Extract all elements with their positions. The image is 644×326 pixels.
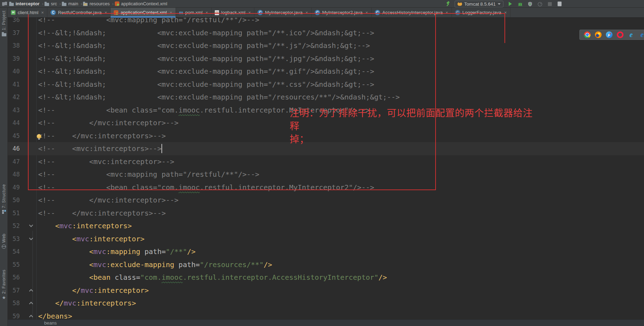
opera-icon[interactable] — [617, 31, 624, 38]
tab-close-icon[interactable]: × — [445, 10, 448, 15]
firefox-icon[interactable] — [595, 31, 602, 38]
tab-close-icon[interactable]: × — [248, 10, 251, 15]
maven-file-icon: m — [179, 10, 183, 15]
breadcrumb-beans[interactable]: beans — [44, 320, 57, 326]
tab-close-icon[interactable]: × — [105, 10, 107, 15]
code-text: <bean class="com.imooc.restful.intercept… — [38, 271, 387, 284]
code-editor[interactable]: 36<!-- <mvc:mapping path="/restful/**"/>… — [8, 18, 644, 319]
editor-tab[interactable]: CMyInterceptor2.java× — [312, 8, 372, 17]
code-line[interactable]: 48<!-- <mvc:mapping path="/restful/**"/>… — [8, 168, 644, 181]
stop-button[interactable] — [546, 1, 553, 7]
editor-tab[interactable]: applicationContext.xml× — [111, 8, 176, 17]
editor-tab[interactable]: <>logback.xml× — [212, 8, 254, 17]
chrome-icon[interactable] — [584, 31, 591, 38]
code-line[interactable]: 53 <mvc:interceptor> — [8, 233, 644, 246]
tool-window-button-favorites[interactable]: 2: Favorites★ — [0, 270, 8, 300]
code-line[interactable]: 49<!-- <bean class="com.imooc.restful.in… — [8, 181, 644, 194]
folder-icon — [9, 3, 14, 6]
line-number: 37 — [8, 26, 20, 40]
tab-close-icon[interactable]: × — [365, 10, 368, 15]
fold-end-icon[interactable] — [29, 302, 33, 306]
spring-xml-file-icon — [115, 1, 119, 6]
code-line[interactable]: 47<!-- <mvc:interceptor>--> — [8, 155, 644, 168]
tab-label: MyInterceptor2.java — [322, 10, 362, 15]
code-line[interactable]: 57 </mvc:interceptor> — [8, 284, 644, 297]
breadcrumb-item[interactable]: resources — [83, 1, 110, 6]
code-text: <!-- <mvc:mapping path="/restful/**"/>--… — [38, 168, 259, 181]
line-number: 59 — [8, 310, 20, 320]
code-line[interactable]: 50<!-- </mvc:interceptor>--> — [8, 194, 644, 207]
code-line[interactable]: 37<!--&lt;!&ndash; <mvc:exclude-mapping … — [8, 26, 644, 40]
java-class-icon: C — [51, 10, 56, 15]
run-button[interactable] — [507, 1, 513, 7]
editor-tab[interactable]: mpom.xml× — [176, 8, 212, 17]
line-number: 51 — [8, 207, 20, 220]
code-text: <!--&lt;!&ndash; <mvc:exclude-mapping pa… — [38, 65, 374, 78]
breadcrumb-label: main — [68, 1, 78, 6]
code-text: <!--&lt;!&ndash; <mvc:exclude-mapping pa… — [38, 39, 370, 52]
breadcrumb-item[interactable]: applicationContext.xml — [115, 1, 167, 6]
breadcrumb-item[interactable]: main — [62, 1, 78, 6]
tool-window-icon[interactable] — [556, 1, 563, 7]
code-line[interactable]: 36<!-- <mvc:mapping path="/restful/**"/>… — [8, 18, 644, 26]
run-configuration-select[interactable]: Tomcat 8.5.641 — [455, 1, 503, 7]
code-text: <!--&lt;!&ndash; <mvc:exclude-mapping pa… — [38, 78, 374, 91]
navigation-bar: interceptor›src›main›resources›applicati… — [0, 0, 644, 8]
intention-bulb-icon[interactable] — [37, 134, 42, 139]
tool-window-menu-icon[interactable] — [2, 2, 7, 6]
annotation-box-left — [28, 14, 29, 190]
bottom-breadcrumb-bar: beans — [8, 319, 644, 326]
debug-button[interactable] — [517, 1, 523, 7]
line-number: 54 — [8, 245, 20, 258]
code-line[interactable]: 38<!--&lt;!&ndash; <mvc:exclude-mapping … — [8, 39, 644, 52]
tool-window-button-structure[interactable]: 7: Structure — [0, 184, 8, 214]
editor-tab[interactable]: CAccessHistoryInterceptor.java× — [372, 8, 452, 17]
build-hammer-icon[interactable] — [445, 1, 451, 7]
breadcrumb-chevron-icon: › — [42, 1, 43, 6]
editor-tab[interactable]: CMyInterceptor.java× — [254, 8, 312, 17]
fold-collapse-icon[interactable] — [29, 236, 33, 240]
editor-tab[interactable]: CLoggerFactory.java× — [452, 8, 510, 17]
tool-window-button-project[interactable]: 1: Project — [0, 11, 8, 36]
ie-icon[interactable]: e — [628, 31, 634, 38]
java-class-icon: C — [258, 10, 263, 15]
code-line[interactable]: 54 <mvc:mapping path="/**"/> — [8, 245, 644, 258]
code-line[interactable]: 40<!--&lt;!&ndash; <mvc:exclude-mapping … — [8, 65, 644, 78]
chevron-down-icon — [498, 3, 501, 5]
run-with-coverage-button[interactable] — [527, 1, 533, 7]
profiler-button[interactable] — [537, 1, 543, 7]
fold-end-icon[interactable] — [29, 289, 33, 293]
code-line[interactable]: 56 <bean class="com.imooc.restful.interc… — [8, 271, 644, 284]
code-line[interactable]: 51<!-- </mvc:interceptors>--> — [8, 207, 644, 220]
code-text: <!-- <mvc:mapping path="/restful/**"/>--… — [38, 18, 259, 26]
code-line[interactable]: 59</beans> — [8, 310, 644, 320]
code-line[interactable]: 42<!--&lt;!&ndash; <mvc:exclude-mapping … — [8, 91, 644, 104]
code-line[interactable]: 58 </mvc:interceptors> — [8, 297, 644, 310]
safari-icon[interactable] — [606, 31, 613, 38]
fold-collapse-icon[interactable] — [29, 223, 33, 227]
left-tool-window-stripe: 1: Project 7: StructureWeb2: Favorites★ — [0, 8, 8, 326]
tab-close-icon[interactable]: × — [170, 10, 172, 15]
editor-tab[interactable]: CRestfulController.java× — [47, 8, 111, 17]
code-line[interactable]: 52 <mvc:interceptors> — [8, 219, 644, 233]
tool-window-button-web[interactable]: Web — [0, 234, 8, 249]
breadcrumb-label: applicationContext.xml — [121, 1, 167, 6]
code-line[interactable]: 39<!--&lt;!&ndash; <mvc:exclude-mapping … — [8, 52, 644, 65]
line-number: 48 — [8, 168, 20, 181]
breadcrumb-item[interactable]: interceptor — [9, 1, 40, 6]
tab-close-icon[interactable]: × — [306, 10, 308, 15]
code-line[interactable]: 41<!--&lt;!&ndash; <mvc:exclude-mapping … — [8, 78, 644, 91]
java-class-icon: C — [315, 10, 320, 15]
tool-window-label: Web — [1, 234, 6, 243]
fold-end-icon[interactable] — [29, 315, 33, 319]
line-number: 43 — [8, 104, 20, 117]
edge-icon[interactable]: e — [639, 31, 644, 38]
tab-close-icon[interactable]: × — [205, 10, 208, 15]
annotation-line-top — [62, 13, 505, 14]
tab-close-icon[interactable]: × — [41, 10, 44, 15]
web-globe-icon — [2, 244, 6, 249]
breadcrumb-item[interactable]: src — [45, 1, 57, 6]
annotation-note-line1: 注明：为了排除干扰，可以把前面配置的两个拦截器给注释 — [290, 107, 537, 133]
code-line[interactable]: 55 <mvc:exclude-mapping path="/resources… — [8, 258, 644, 271]
run-configuration-label: Tomcat 8.5.641 — [464, 1, 496, 7]
